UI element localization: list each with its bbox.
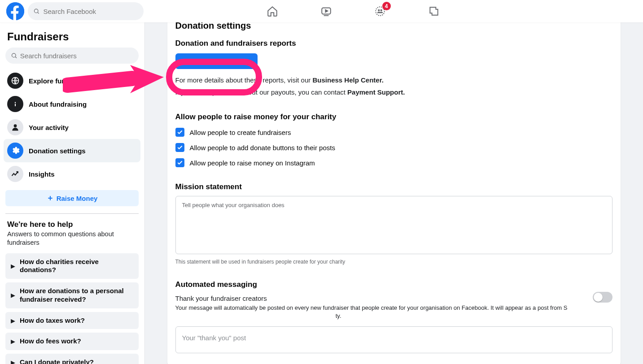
thank-subheading: Thank your fundraiser creators bbox=[175, 295, 584, 302]
allow-section: Allow people to raise money for your cha… bbox=[175, 113, 612, 167]
get-donation-reports-button[interactable]: Get Donation Reports bbox=[175, 53, 258, 69]
automated-title: Automated messaging bbox=[175, 280, 612, 289]
check-icon bbox=[177, 160, 183, 166]
svg-line-10 bbox=[15, 57, 17, 58]
thank-creators-row: Thank your fundraiser creators Your mess… bbox=[175, 289, 612, 320]
mission-statement-input[interactable]: Tell people what your organisation does bbox=[175, 196, 612, 254]
info-icon bbox=[7, 96, 23, 112]
divider bbox=[5, 213, 139, 214]
faq-item[interactable]: ▶How do fees work? bbox=[5, 333, 139, 350]
chevron-right-icon: ▶ bbox=[11, 338, 15, 345]
svg-point-13 bbox=[15, 102, 16, 103]
global-search[interactable] bbox=[28, 2, 144, 20]
svg-point-15 bbox=[14, 124, 17, 127]
home-icon bbox=[267, 5, 278, 17]
person-icon bbox=[7, 119, 23, 135]
thank-desc: Your message will automatically be poste… bbox=[175, 304, 584, 320]
plus-icon bbox=[47, 195, 54, 202]
global-search-input[interactable] bbox=[43, 8, 138, 15]
checkbox-label: Allow people to raise money on Instagram bbox=[190, 159, 315, 167]
faq-text: Can I donate privately? bbox=[20, 358, 94, 364]
sidebar-item-label: Explore fundraisers bbox=[29, 77, 92, 85]
business-help-link[interactable]: Business Help Center. bbox=[312, 76, 383, 84]
thank-toggle[interactable] bbox=[593, 292, 612, 303]
chevron-right-icon: ▶ bbox=[11, 263, 15, 269]
faq-item[interactable]: ▶How are donations to a personal fundrai… bbox=[5, 282, 139, 308]
help-title: We're here to help bbox=[4, 220, 140, 230]
chevron-right-icon: ▶ bbox=[11, 317, 15, 324]
checkbox-instagram[interactable] bbox=[175, 158, 184, 167]
sidebar-item-label: Insights bbox=[29, 170, 55, 178]
sidebar-item-label: Donation settings bbox=[29, 147, 86, 155]
facebook-logo[interactable] bbox=[6, 2, 24, 20]
chevron-right-icon: ▶ bbox=[11, 292, 15, 299]
checkbox-label: Allow people to add donate buttons to th… bbox=[190, 144, 335, 152]
svg-rect-14 bbox=[15, 104, 16, 106]
raise-money-button[interactable]: Raise Money bbox=[5, 190, 139, 206]
faq-text: How are donations to a personal fundrais… bbox=[20, 287, 133, 304]
nav-groups[interactable]: 4 bbox=[355, 0, 405, 22]
reports-help-1: For more details about these reports, vi… bbox=[175, 75, 612, 86]
text: For more details about these reports, vi… bbox=[175, 76, 313, 84]
faq-text: How do fees work? bbox=[20, 337, 81, 346]
mission-placeholder: Tell people what your organisation does bbox=[182, 202, 606, 208]
checkbox-row: Allow people to create fundraisers bbox=[175, 128, 612, 137]
svg-line-2 bbox=[38, 13, 39, 14]
sidebar-item-explore[interactable]: Explore fundraisers bbox=[4, 69, 140, 92]
sidebar-title: Fundraisers bbox=[4, 28, 140, 48]
topnav-left bbox=[0, 2, 144, 20]
automated-section: Automated messaging Thank your fundraise… bbox=[175, 280, 612, 353]
reports-title: Donation and fundraisers reports bbox=[175, 39, 612, 48]
check-icon bbox=[177, 129, 183, 135]
chevron-right-icon: ▶ bbox=[11, 359, 15, 364]
settings-card: Donation settings Donation and fundraise… bbox=[167, 13, 621, 364]
toggle-knob bbox=[594, 293, 603, 302]
faq-text: How do charities receive donations? bbox=[20, 258, 133, 275]
thankyou-post-input[interactable]: Your "thank you" post bbox=[175, 326, 612, 353]
svg-point-9 bbox=[12, 53, 16, 57]
gear-icon bbox=[7, 143, 23, 159]
checkbox-label: Allow people to create fundraisers bbox=[190, 129, 291, 136]
checkbox-row: Allow people to raise money on Instagram bbox=[175, 158, 612, 167]
sidebar-search-input[interactable] bbox=[20, 52, 133, 60]
sidebar-item-label: Your activity bbox=[29, 124, 69, 131]
sidebar: Fundraisers Explore fundraisers About fu… bbox=[0, 22, 144, 364]
sidebar-item-label: About fundraising bbox=[29, 100, 87, 108]
main-content: Donation settings Donation and fundraise… bbox=[144, 0, 643, 364]
help-subtitle: Answers to common questions about fundra… bbox=[4, 230, 140, 253]
faq-item[interactable]: ▶Can I donate privately? bbox=[5, 354, 139, 364]
checkbox-create-fundraisers[interactable] bbox=[175, 128, 184, 137]
nav-gaming[interactable] bbox=[409, 0, 459, 22]
svg-marker-5 bbox=[325, 10, 328, 12]
sidebar-item-insights[interactable]: Insights bbox=[4, 162, 140, 186]
topnav-center: 4 bbox=[144, 0, 562, 22]
groups-badge: 4 bbox=[382, 2, 391, 10]
faq-item[interactable]: ▶How do taxes work? bbox=[5, 312, 139, 329]
watch-icon bbox=[320, 5, 332, 17]
sidebar-search[interactable] bbox=[5, 48, 139, 64]
allow-title: Allow people to raise money for your cha… bbox=[175, 113, 612, 121]
svg-point-8 bbox=[380, 9, 382, 11]
payment-support-link[interactable]: Payment Support. bbox=[347, 88, 405, 96]
check-icon bbox=[177, 144, 183, 151]
checkbox-row: Allow people to add donate buttons to th… bbox=[175, 143, 612, 152]
faq-text: How do taxes work? bbox=[20, 316, 85, 325]
raise-money-label: Raise Money bbox=[57, 195, 98, 202]
search-icon bbox=[33, 8, 39, 15]
insights-icon bbox=[7, 166, 23, 182]
nav-home[interactable] bbox=[247, 0, 297, 22]
sidebar-item-about[interactable]: About fundraising bbox=[4, 92, 140, 116]
svg-point-7 bbox=[378, 9, 380, 11]
mission-note: This statement will be used in fundraise… bbox=[175, 259, 612, 265]
reports-help-2: If you have questions about our payouts,… bbox=[175, 87, 612, 98]
text: If you have questions about our payouts,… bbox=[175, 88, 348, 96]
svg-point-1 bbox=[34, 9, 38, 13]
sidebar-item-activity[interactable]: Your activity bbox=[4, 116, 140, 139]
checkbox-donate-buttons[interactable] bbox=[175, 143, 184, 152]
faq-item[interactable]: ▶How do charities receive donations? bbox=[5, 253, 139, 279]
nav-watch[interactable] bbox=[301, 0, 351, 22]
mission-section: Mission statement Tell people what your … bbox=[175, 182, 612, 265]
mission-title: Mission statement bbox=[175, 182, 612, 191]
gaming-icon bbox=[428, 5, 440, 17]
sidebar-item-donation-settings[interactable]: Donation settings bbox=[4, 139, 140, 162]
